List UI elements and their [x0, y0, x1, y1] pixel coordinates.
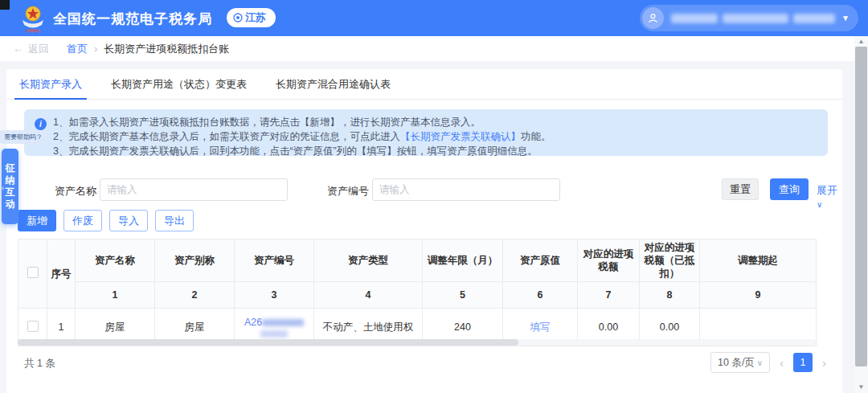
- table-horizontal-scrollbar[interactable]: [18, 339, 816, 346]
- content-card: 长期资产录入 长期资产用途（状态）变更表 长期资产混合用途确认表 i 1、如需录…: [6, 69, 842, 393]
- tab-bar: 长期资产录入 长期资产用途（状态）变更表 长期资产混合用途确认表: [6, 69, 842, 100]
- info-icon: i: [35, 118, 47, 130]
- region-label: 江苏: [245, 10, 266, 25]
- tab-asset-entry[interactable]: 长期资产录入: [19, 69, 82, 100]
- window-corner: [0, 0, 10, 10]
- col-num-5: 5: [423, 282, 503, 309]
- page-vertical-scrollbar[interactable]: ▲ ▼: [854, 36, 868, 393]
- col-num-2: 2: [155, 282, 235, 309]
- notice-line-3: 3、完成长期资产发票关联确认后，回到本功能，点击“资产原值”列的【填写】按钮，填…: [53, 145, 817, 157]
- avatar: [642, 7, 664, 29]
- app-title: 全国统一规范电子税务局: [53, 10, 212, 28]
- col-header-input-tax: 对应的进项税额: [578, 239, 640, 282]
- col-header-adjust-start: 调整期起: [700, 239, 817, 282]
- page-title: 长期资产进项税额抵扣台账: [104, 42, 229, 56]
- void-button[interactable]: 作废: [63, 210, 102, 231]
- invoice-association-link[interactable]: 【长期资产发票关联确认】: [400, 131, 521, 142]
- next-page-button[interactable]: ›: [822, 356, 826, 370]
- fill-in-link[interactable]: 填写: [530, 321, 551, 333]
- top-header-bar: 中国税务 全国统一规范电子税务局 江苏 ▼: [0, 0, 868, 36]
- import-button[interactable]: 导入: [109, 210, 148, 231]
- redacted-code-line2: [260, 330, 288, 338]
- user-account-menu[interactable]: ▼: [640, 5, 858, 31]
- col-header-index: 序号: [47, 239, 76, 309]
- breadcrumb-separator: ›: [94, 43, 97, 55]
- back-button[interactable]: ← 返回: [13, 42, 49, 56]
- total-count: 共 1 条: [24, 357, 55, 370]
- notice-line-1: 1、如需录入长期资产进项税额抵扣台账数据，请先点击【新增】，进行长期资产基本信息…: [53, 117, 817, 128]
- help-tooltip: 需要帮助吗？: [0, 130, 47, 144]
- col-num-3: 3: [235, 282, 314, 309]
- chevron-down-icon: ∨: [817, 200, 822, 209]
- page-size-select[interactable]: 10 条/页 ∨: [710, 352, 770, 373]
- export-button[interactable]: 导出: [155, 210, 194, 231]
- assets-table: 序号 资产名称 资产别称 资产编号 资产类型 调整年限（月） 资产原值 对应的进…: [18, 239, 816, 346]
- region-selector[interactable]: 江苏: [227, 8, 276, 27]
- select-all-cell: [18, 239, 47, 309]
- search-form: 资产名称 资产编号 重置 查询 展开 ∨: [6, 178, 842, 201]
- svg-text:中国税务: 中国税务: [26, 28, 41, 33]
- asset-code-link[interactable]: A26: [244, 317, 262, 328]
- col-header-input-tax-deducted: 对应的进项税额（已抵扣）: [640, 239, 700, 282]
- tax-bureau-logo-icon: 中国税务: [19, 4, 47, 33]
- scroll-up-arrow-icon[interactable]: ▲: [854, 36, 868, 47]
- col-num-6: 6: [503, 282, 578, 309]
- location-pin-icon: [233, 13, 243, 23]
- pagination: 10 条/页 ∨ ‹ 1 ›: [710, 352, 826, 373]
- breadcrumb: ← 返回 首页 › 长期资产进项税额抵扣台账: [0, 36, 854, 61]
- col-num-9: 9: [700, 282, 817, 309]
- col-num-4: 4: [314, 282, 423, 309]
- table-actions: 新增 作废 导入 导出: [18, 210, 194, 231]
- scroll-down-arrow-icon[interactable]: ▼: [854, 382, 868, 393]
- col-header-adjust-months: 调整年限（月）: [423, 239, 503, 282]
- tab-usage-change[interactable]: 长期资产用途（状态）变更表: [111, 69, 247, 100]
- redacted-code: [262, 319, 304, 326]
- app-screen: 中国税务 全国统一规范电子税务局 江苏 ▼: [0, 0, 868, 393]
- user-icon: [647, 12, 659, 24]
- asset-name-label: 资产名称: [55, 184, 96, 199]
- chevron-left-icon: ‹: [2, 182, 4, 194]
- interaction-side-tab[interactable]: ‹ 征 纳 互 动: [2, 149, 18, 224]
- add-button[interactable]: 新增: [18, 210, 56, 231]
- back-label: 返回: [28, 42, 49, 56]
- col-header-code: 资产编号: [235, 239, 314, 282]
- notice-line-2: 2、完成长期资产基本信息录入后，如需关联资产对应的凭证信息，可点此进入【长期资产…: [53, 131, 817, 142]
- tab-mixed-usage-confirm[interactable]: 长期资产混合用途确认表: [276, 69, 391, 100]
- hscroll-thumb[interactable]: [18, 339, 518, 346]
- col-header-name: 资产名称: [76, 239, 155, 282]
- asset-code-label: 资产编号: [327, 184, 369, 199]
- prev-page-button[interactable]: ‹: [780, 356, 784, 370]
- query-button[interactable]: 查询: [770, 178, 809, 200]
- reset-button[interactable]: 重置: [722, 178, 759, 200]
- chevron-down-icon: ▼: [841, 14, 850, 23]
- col-num-7: 7: [578, 282, 640, 309]
- row-checkbox[interactable]: [27, 321, 39, 332]
- col-header-alias: 资产别称: [155, 239, 235, 282]
- asset-name-input[interactable]: [100, 178, 288, 201]
- col-num-1: 1: [76, 282, 155, 309]
- instructions-notice: i 1、如需录入长期资产进项税额抵扣台账数据，请先点击【新增】，进行长期资产基本…: [24, 109, 828, 156]
- col-num-8: 8: [640, 282, 700, 309]
- redacted-username: [671, 14, 835, 23]
- back-arrow-icon: ←: [13, 43, 23, 55]
- select-all-checkbox[interactable]: [27, 267, 39, 278]
- asset-code-input[interactable]: [372, 178, 560, 201]
- page-1-button[interactable]: 1: [793, 353, 813, 372]
- expand-toggle[interactable]: 展开 ∨: [817, 183, 842, 210]
- chevron-down-icon: ∨: [757, 358, 763, 367]
- breadcrumb-home-link[interactable]: 首页: [67, 42, 88, 56]
- vscroll-thumb[interactable]: [855, 47, 867, 366]
- col-header-type: 资产类型: [314, 239, 423, 282]
- col-header-original-value: 资产原值: [503, 239, 578, 282]
